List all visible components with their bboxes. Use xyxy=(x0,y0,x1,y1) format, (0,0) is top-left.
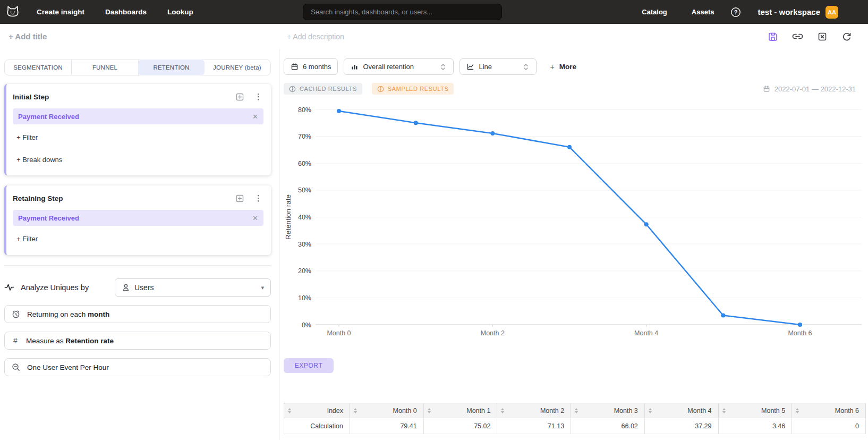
more-button[interactable]: + More xyxy=(550,63,576,71)
insight-actions xyxy=(768,31,852,42)
sort-icon[interactable] xyxy=(575,408,578,413)
add-description-button[interactable]: + Add description xyxy=(287,32,344,41)
cell-month6: 0 xyxy=(792,418,866,434)
add-breakdown-link[interactable]: + Break downs xyxy=(16,156,263,164)
help-icon[interactable]: ? xyxy=(730,7,741,18)
measure-as-select[interactable]: # Measure as Retention rate xyxy=(4,332,271,350)
col-header-month2[interactable]: Month 2 xyxy=(497,403,571,418)
add-filter-link[interactable]: + Filter xyxy=(16,235,263,243)
add-filter-link[interactable]: + Filter xyxy=(16,133,263,141)
col-header-month6[interactable]: Month 6 xyxy=(792,403,866,418)
remove-event-icon[interactable]: ✕ xyxy=(252,214,258,222)
event-name: Payment Received xyxy=(18,214,79,222)
retention-chart-wrap: 0%10%20%30%40%50%60%70%80%Month 0Month 2… xyxy=(284,98,868,341)
returning-interval-label: Returning on each month xyxy=(27,310,109,318)
returning-interval-select[interactable]: Returning on each month xyxy=(4,305,271,323)
tab-funnel[interactable]: FUNNEL xyxy=(72,60,139,75)
sampled-results-badge: SAMPLED RESULTS xyxy=(372,83,454,95)
col-header-month1[interactable]: Month 1 xyxy=(423,403,497,418)
activity-icon xyxy=(4,283,14,292)
retention-type-select[interactable]: Overall retention xyxy=(344,58,454,75)
global-search-input[interactable] xyxy=(303,4,502,20)
primary-nav: Create insight Dashboards Lookup xyxy=(37,8,193,16)
tab-segmentation[interactable]: SEGMENTATION xyxy=(5,60,72,75)
date-window-button[interactable]: 6 months xyxy=(284,58,338,75)
cell-month5: 3.46 xyxy=(718,418,792,434)
date-window-value: 6 months xyxy=(303,63,331,71)
analyze-entity-value: Users xyxy=(134,283,154,292)
sort-icon[interactable] xyxy=(428,408,431,413)
user-avatar[interactable]: AA xyxy=(826,6,838,19)
col-header-month0[interactable]: Month 0 xyxy=(350,403,424,418)
col-header-index[interactable]: index xyxy=(284,403,350,418)
svg-text:60%: 60% xyxy=(298,160,311,167)
add-event-icon[interactable] xyxy=(235,194,244,203)
zoom-out-icon xyxy=(11,362,21,372)
retention-type-value: Overall retention xyxy=(363,63,413,71)
retaining-step-card: Retaining Step ⋮ Payment Received ✕ + Fi… xyxy=(4,185,271,255)
event-name: Payment Received xyxy=(18,113,79,121)
kebab-menu-icon[interactable]: ⋮ xyxy=(254,193,262,203)
svg-text:Month 4: Month 4 xyxy=(634,329,658,337)
tab-journey[interactable]: JOURNEY (beta) xyxy=(204,60,270,75)
table-row: Calculation 79.41 75.02 71.13 66.02 37.2… xyxy=(284,418,866,434)
nav-dashboards[interactable]: Dashboards xyxy=(105,8,147,16)
sampling-select[interactable]: One User Event Per Hour xyxy=(4,358,271,376)
chevrons-updown-icon xyxy=(439,63,447,71)
kebab-menu-icon[interactable]: ⋮ xyxy=(254,92,262,101)
sort-icon[interactable] xyxy=(501,408,504,413)
copy-link-icon[interactable] xyxy=(792,31,803,42)
tab-retention[interactable]: RETENTION xyxy=(138,60,205,75)
insight-title-bar: + Add title + Add description xyxy=(0,24,868,49)
svg-text:50%: 50% xyxy=(298,187,311,194)
add-title-button[interactable]: + Add title xyxy=(8,32,47,41)
retention-line-chart[interactable]: 0%10%20%30%40%50%60%70%80%Month 0Month 2… xyxy=(284,98,865,341)
col-header-month4[interactable]: Month 4 xyxy=(644,403,718,418)
svg-text:20%: 20% xyxy=(298,267,311,275)
sampling-label: One User Event Per Hour xyxy=(27,363,109,371)
sort-icon[interactable] xyxy=(796,408,799,413)
save-icon[interactable] xyxy=(768,31,778,42)
sort-icon[interactable] xyxy=(649,408,652,413)
nav-catalog[interactable]: Catalog xyxy=(642,8,667,16)
plus-icon: + xyxy=(550,63,554,71)
chart-controls: 6 months Overall retention xyxy=(284,58,868,75)
workspace-switcher[interactable]: test - workspace xyxy=(758,7,820,16)
svg-text:Month 2: Month 2 xyxy=(481,329,505,337)
app-logo-cat-icon[interactable] xyxy=(5,4,21,20)
col-header-month3[interactable]: Month 3 xyxy=(571,403,645,418)
add-event-icon[interactable] xyxy=(235,92,244,101)
results-panel: 6 months Overall retention xyxy=(279,49,868,440)
chevrons-updown-icon xyxy=(522,63,530,71)
date-range-label: 2022-07-01 — 2022-12-31 xyxy=(763,85,856,93)
analyze-entity-select[interactable]: Users ▾ xyxy=(115,278,271,297)
clock-icon xyxy=(11,309,21,319)
status-row: CACHED RESULTS SAMPLED RESULTS 2022 xyxy=(284,83,868,95)
cell-month2: 71.13 xyxy=(497,418,571,434)
retaining-step-event[interactable]: Payment Received ✕ xyxy=(13,210,263,226)
initial-step-title: Initial Step xyxy=(13,93,49,101)
cell-month3: 66.02 xyxy=(571,418,645,434)
panel-divider xyxy=(4,265,271,266)
sort-icon[interactable] xyxy=(722,408,726,413)
chart-type-value: Line xyxy=(479,63,492,71)
col-header-month5[interactable]: Month 5 xyxy=(718,403,792,418)
remove-event-icon[interactable]: ✕ xyxy=(252,113,258,121)
nav-lookup[interactable]: Lookup xyxy=(167,8,193,16)
svg-text:70%: 70% xyxy=(298,133,311,140)
chart-type-select[interactable]: Line xyxy=(459,58,537,75)
refresh-icon[interactable] xyxy=(841,31,852,42)
sort-icon[interactable] xyxy=(288,408,291,413)
cached-results-badge: CACHED RESULTS xyxy=(284,83,362,95)
user-icon xyxy=(122,283,130,292)
discard-icon[interactable] xyxy=(817,31,828,42)
retaining-step-title: Retaining Step xyxy=(13,194,63,202)
export-button[interactable]: EXPORT xyxy=(284,358,334,373)
nav-assets[interactable]: Assets xyxy=(692,8,714,16)
svg-text:Month 0: Month 0 xyxy=(327,329,351,337)
sort-icon[interactable] xyxy=(354,408,357,413)
nav-create-insight[interactable]: Create insight xyxy=(37,8,84,16)
svg-text:Retention rate: Retention rate xyxy=(284,194,292,240)
initial-step-event[interactable]: Payment Received ✕ xyxy=(13,108,263,124)
svg-text:0%: 0% xyxy=(302,321,311,329)
